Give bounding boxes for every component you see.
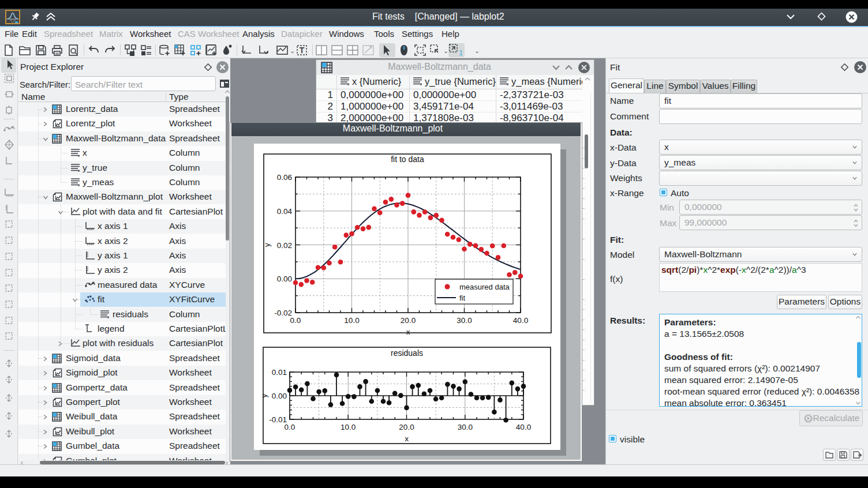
svg-text:x: x — [406, 328, 410, 336]
svg-text:measured data: measured data — [459, 283, 510, 291]
svg-text:0.01: 0.01 — [272, 368, 287, 377]
svg-text:-0.02: -0.02 — [274, 309, 292, 317]
svg-text:0.04: 0.04 — [277, 207, 293, 216]
svg-text:residuals: residuals — [391, 348, 423, 358]
svg-text:T: T — [300, 46, 305, 55]
svg-text:0.0: 0.0 — [290, 316, 301, 325]
svg-text:40.0: 40.0 — [516, 423, 531, 431]
svg-text:0.00: 0.00 — [277, 275, 292, 283]
svg-text:10.0: 10.0 — [344, 316, 359, 325]
svg-text:0.0: 0.0 — [285, 423, 295, 431]
svg-text:0.06: 0.06 — [277, 173, 292, 182]
svg-text:30.0: 30.0 — [458, 423, 473, 431]
svg-text:y: y — [263, 243, 271, 247]
svg-text:x: x — [405, 434, 409, 443]
svg-text:0.02: 0.02 — [277, 241, 292, 250]
svg-text:y: y — [260, 393, 268, 397]
svg-text:30.0: 30.0 — [457, 316, 472, 325]
svg-text:10.0: 10.0 — [341, 423, 356, 431]
svg-text:40.0: 40.0 — [513, 316, 528, 325]
svg-text:fit to data: fit to data — [391, 155, 424, 164]
svg-text:fit: fit — [459, 294, 466, 302]
svg-text:0.00: 0.00 — [272, 392, 287, 400]
svg-text:1: 1 — [459, 48, 462, 57]
svg-text:20.0: 20.0 — [399, 423, 414, 431]
svg-text:20.0: 20.0 — [401, 316, 416, 325]
